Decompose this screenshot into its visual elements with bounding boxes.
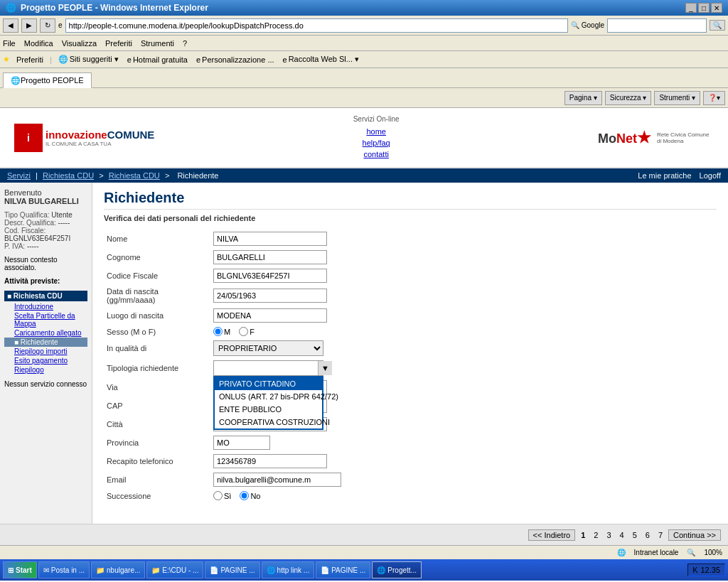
close-button[interactable]: ✕ xyxy=(711,3,722,13)
input-email[interactable] xyxy=(213,473,341,487)
taskbar-item-nbulgare[interactable]: 📁 nbulgare... xyxy=(91,561,145,578)
taskbar-item-posta[interactable]: ✉ Posta in ... xyxy=(38,561,90,578)
user-name: NILVA BULGARELLI xyxy=(4,197,87,205)
input-nome[interactable] xyxy=(213,232,327,246)
forward-button[interactable]: ▶ xyxy=(21,18,37,33)
menu-preferiti[interactable]: Preferiti xyxy=(105,39,132,48)
dropdown-option-cooperativa[interactable]: COOPERATIVA COSTRUZIONI xyxy=(215,416,322,429)
back-button[interactable]: ◀ xyxy=(3,18,18,33)
taskbar-item-progetto[interactable]: 🌐 Progett... xyxy=(372,561,422,578)
maximize-button[interactable]: □ xyxy=(698,3,710,13)
radio-group-successione: Sì No xyxy=(213,491,714,500)
strumenti-cmd-button[interactable]: Strumenti ▾ xyxy=(654,91,700,105)
input-luogo-nascita[interactable] xyxy=(213,308,327,323)
menu-visualizza[interactable]: Visualizza xyxy=(62,39,97,48)
fav-icon-siti: 🌐 xyxy=(58,55,68,64)
label-in-qualita: In qualità di xyxy=(104,338,210,358)
taskbar-item-pagine1[interactable]: 📄 PAGINE ... xyxy=(205,561,259,578)
select-tipologia[interactable]: ▼ xyxy=(213,360,323,376)
menu-help[interactable]: ? xyxy=(183,39,187,48)
sidebar-item-riepilogo-importi[interactable]: Riepilogo importi xyxy=(4,347,87,356)
taskbar: ⊞ Start ✉ Posta in ... 📁 nbulgare... 📁 E… xyxy=(0,559,728,581)
title-bar: 🌐 Progetto PEOPLE - Windows Internet Exp… xyxy=(0,0,728,16)
input-provincia[interactable] xyxy=(213,436,270,450)
sidebar-item-esito-pagamento[interactable]: Esito pagamento xyxy=(4,356,87,365)
sidebar-item-richiesta-cdu[interactable]: ■ Richiesta CDU xyxy=(4,291,87,301)
breadcrumb-servizi[interactable]: Servizi xyxy=(7,171,31,180)
page-5[interactable]: 5 xyxy=(630,530,640,540)
radio-no[interactable] xyxy=(240,491,249,500)
radio-m[interactable] xyxy=(213,327,223,336)
field-in-qualita: In qualità di PROPRIETARIO xyxy=(104,338,717,358)
radio-f[interactable] xyxy=(239,327,248,336)
breadcrumb-richiesta-cdu-2[interactable]: Richiesta CDU xyxy=(109,171,160,180)
fav-item-hotmail[interactable]: e Hotmail gratuita xyxy=(125,55,190,65)
menu-strumenti[interactable]: Strumenti xyxy=(141,39,174,48)
url-input[interactable] xyxy=(65,18,568,33)
sidebar-item-introduzione[interactable]: Introduzione xyxy=(4,302,87,311)
services-link-faq[interactable]: help/faq xyxy=(353,137,400,149)
tab-progetto-people[interactable]: 🌐 Progetto PEOPLE xyxy=(3,72,92,88)
fav-item-personalizzazione[interactable]: e Personalizzazione ... xyxy=(194,55,277,65)
input-codice-fiscale[interactable] xyxy=(213,269,327,283)
prev-button[interactable]: << Indietro xyxy=(528,529,576,541)
favorites-star-icon: ★ xyxy=(3,55,10,64)
field-cognome: Cognome xyxy=(104,248,717,266)
page-7[interactable]: 7 xyxy=(655,530,665,540)
breadcrumb-richiedente: Richiedente xyxy=(177,171,218,180)
link-logoff[interactable]: Logoff xyxy=(700,171,721,180)
page-6[interactable]: 6 xyxy=(643,530,653,540)
input-recapito[interactable] xyxy=(213,454,327,468)
search-input[interactable] xyxy=(607,18,707,33)
dropdown-arrow-icon[interactable]: ▼ xyxy=(318,361,332,375)
sidebar-item-riepilogo[interactable]: Riepilogo xyxy=(4,365,87,374)
sidebar-welcome: Benvenuto NILVA BULGARELLI xyxy=(4,188,87,205)
zone-icon: 🌐 xyxy=(617,549,626,556)
taskbar-item-http[interactable]: 🌐 http link ... xyxy=(262,561,315,578)
dropdown-option-onlus[interactable]: ONLUS (ART. 27 bis-DPR 642/72) xyxy=(215,390,322,403)
services-link-home[interactable]: home xyxy=(353,126,400,137)
page-1[interactable]: 1 xyxy=(578,530,588,540)
pagina-button[interactable]: Pagina ▾ xyxy=(564,91,602,105)
page-2[interactable]: 2 xyxy=(591,530,601,540)
menu-modifica[interactable]: Modifica xyxy=(24,39,53,48)
services-link-contatti[interactable]: contatti xyxy=(353,149,400,160)
help-cmd-button[interactable]: ❓▾ xyxy=(703,91,725,105)
search-go-button[interactable]: 🔍 xyxy=(710,20,725,31)
menu-file[interactable]: File xyxy=(3,39,16,48)
sicurezza-button[interactable]: Sicurezza ▾ xyxy=(605,91,652,105)
field-cap: CAP xyxy=(104,397,717,415)
start-button[interactable]: ⊞ Start xyxy=(3,561,37,578)
label-provincia: Provincia xyxy=(104,433,210,452)
page-4[interactable]: 4 xyxy=(617,530,627,540)
field-via: Via xyxy=(104,378,717,397)
zoom-level: 100% xyxy=(704,549,722,556)
field-sesso: Sesso (M o F) M F xyxy=(104,325,717,338)
fav-item-raccolta[interactable]: e Raccolta Web Sl... ▾ xyxy=(281,54,361,65)
fav-item-siti[interactable]: 🌐 Siti suggeriti ▾ xyxy=(56,54,121,65)
tipologia-input[interactable] xyxy=(214,363,318,373)
input-cognome[interactable] xyxy=(213,250,327,264)
minimize-button[interactable]: _ xyxy=(685,3,697,13)
dropdown-option-privato[interactable]: PRIVATO CITTADINO xyxy=(215,377,322,390)
radio-si[interactable] xyxy=(213,491,223,500)
refresh-button[interactable]: ↻ xyxy=(40,18,55,33)
next-button[interactable]: Continua >> xyxy=(668,529,721,541)
dropdown-option-ente[interactable]: ENTE PUBBLICO xyxy=(215,403,322,416)
sidebar-item-richiedente[interactable]: ■ Richiedente xyxy=(4,338,87,347)
taskbar-item-pagine2[interactable]: 📄 PAGINE ... xyxy=(316,561,370,578)
taskbar-item-ecdu[interactable]: 📁 E:\CDU - ... xyxy=(146,561,203,578)
cmd-bar: Pagina ▾ Sicurezza ▾ Strumenti ▾ ❓▾ xyxy=(0,88,728,108)
descr-qualifica-label: Descr. Qualifica: xyxy=(4,219,56,227)
sidebar-item-scelta-particelle[interactable]: Scelta Particelle da Mappa xyxy=(4,311,87,328)
greeting-label: Benvenuto xyxy=(4,188,87,197)
select-in-qualita[interactable]: PROPRIETARIO xyxy=(213,340,323,356)
breadcrumb-richiesta-cdu-1[interactable]: Richiesta CDU xyxy=(43,171,94,180)
input-data-nascita[interactable] xyxy=(213,289,327,303)
sidebar-item-caricamento[interactable]: Caricamento allegato xyxy=(4,328,87,338)
page-header: i innovazioneCOMUNE IL COMUNE A CASA TUA… xyxy=(0,108,728,168)
favorites-label[interactable]: Preferiti xyxy=(14,55,46,65)
link-mie-pratiche[interactable]: Le mie pratiche xyxy=(638,171,691,180)
label-luogo-nascita: Luogo di nascita xyxy=(104,306,210,325)
page-3[interactable]: 3 xyxy=(604,530,614,540)
